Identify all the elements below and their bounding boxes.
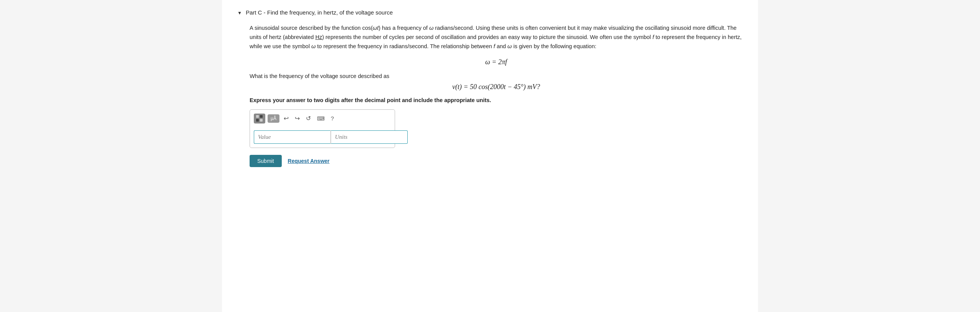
- part-header: ▼ Part C - Find the frequency, in hertz,…: [237, 9, 743, 16]
- toolbar: μÅ ↩ ↪ ↺ ⌨: [254, 114, 391, 127]
- page: ▼ Part C - Find the frequency, in hertz,…: [222, 0, 758, 312]
- keyboard-button[interactable]: ⌨: [315, 115, 327, 122]
- request-answer-label: Request Answer: [288, 158, 330, 164]
- description-paragraph: A sinusoidal source described by the fun…: [250, 24, 743, 51]
- refresh-icon: ↺: [306, 115, 311, 122]
- request-answer-button[interactable]: Request Answer: [288, 158, 330, 164]
- value-input[interactable]: [254, 130, 331, 144]
- mu-a-label: μÅ: [271, 116, 276, 121]
- refresh-button[interactable]: ↺: [304, 114, 313, 123]
- question-text-label: What is the frequency of the voltage sou…: [250, 73, 389, 79]
- answer-box: μÅ ↩ ↪ ↺ ⌨: [250, 109, 395, 148]
- undo-button[interactable]: ↩: [282, 114, 291, 123]
- part-title: Part C - Find the frequency, in hertz, o…: [246, 9, 393, 16]
- grid-icon-btn[interactable]: [254, 114, 265, 123]
- collapse-chevron[interactable]: ▼: [237, 10, 242, 16]
- keyboard-icon: ⌨: [317, 115, 325, 122]
- undo-icon: ↩: [284, 115, 289, 122]
- help-icon: ?: [331, 115, 334, 122]
- part-title-rest: Find the frequency, in hertz, of the vol…: [266, 9, 393, 16]
- question-text: What is the frequency of the voltage sou…: [250, 73, 743, 79]
- submit-label: Submit: [257, 158, 274, 164]
- instruction-text: Express your answer to two digits after …: [250, 97, 743, 103]
- grid-icon: [256, 115, 263, 122]
- redo-icon: ↪: [295, 115, 300, 122]
- equation-voltage: v(t) = 50 cos(2000t − 45°) mV?: [250, 83, 743, 91]
- units-input[interactable]: [331, 130, 408, 144]
- help-button[interactable]: ?: [329, 114, 336, 122]
- equation-omega-f: ω = 2πf: [250, 58, 743, 66]
- submit-button[interactable]: Submit: [250, 155, 282, 167]
- content-block: A sinusoidal source described by the fun…: [250, 24, 743, 167]
- action-row: Submit Request Answer: [250, 155, 743, 167]
- redo-button[interactable]: ↪: [293, 114, 302, 123]
- part-label: Part C -: [246, 9, 266, 16]
- input-row: [254, 130, 391, 144]
- mu-a-btn[interactable]: μÅ: [268, 114, 279, 123]
